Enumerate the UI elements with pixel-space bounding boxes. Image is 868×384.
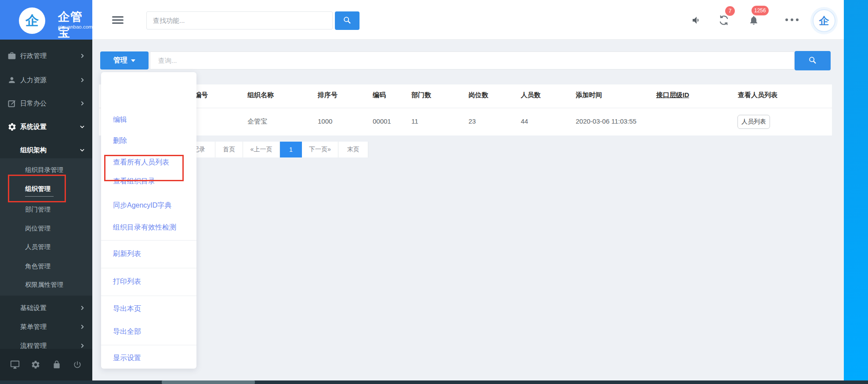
sidebar-item-label: 基础设置 (20, 304, 47, 312)
sidebar-item-permission-mgmt[interactable]: 权限属性管理 (0, 275, 92, 294)
manage-dropdown-button[interactable]: 管理 (100, 51, 149, 69)
menu-item-sync-agencyid-dict[interactable]: 同步AgencyID字典 (113, 201, 171, 210)
sidebar-item-menu-mgmt[interactable]: 菜单管理 (0, 317, 92, 336)
column-header-dept-count[interactable]: 部门数 (411, 91, 431, 99)
menu-item-org-directory-validity-check[interactable]: 组织目录有效性检测 (113, 223, 176, 232)
manage-dropdown-menu: 编辑 删除 查看所有人员列表 查看组织目录 同步AgencyID字典 组织目录有… (101, 72, 196, 369)
caret-down-icon (131, 59, 135, 62)
briefcase-icon (7, 51, 17, 61)
menu-item-refresh-list[interactable]: 刷新列表 (113, 249, 141, 259)
chevron-right-icon (79, 53, 85, 59)
gear-icon (7, 122, 17, 132)
sidebar-item-label: 组织架构 (20, 146, 47, 154)
cell-code: 00001 (373, 117, 391, 125)
logo[interactable]: 企 企管宝 qiguanbao.com (0, 0, 92, 40)
people-list-button[interactable]: 人员列表 (737, 115, 770, 129)
query-input[interactable] (150, 51, 795, 69)
table-header-divider (99, 108, 832, 108)
sidebar-item-org-structure[interactable]: 组织架构 (0, 140, 92, 160)
bell-badge: 1256 (752, 6, 769, 15)
column-header-code[interactable]: 编码 (373, 91, 386, 99)
lock-icon[interactable] (51, 359, 62, 370)
sidebar-item-post-mgmt[interactable]: 岗位管理 (0, 219, 92, 238)
menu-divider (101, 240, 196, 241)
column-header-people-count[interactable]: 人员数 (521, 91, 541, 99)
avatar[interactable]: 企 (813, 9, 835, 32)
bell-icon[interactable] (748, 15, 759, 26)
sidebar-item-label: 部门管理 (25, 205, 51, 214)
sidebar-item-basic-settings[interactable]: 基础设置 (0, 298, 92, 318)
menu-item-display-settings[interactable]: 显示设置 (113, 354, 141, 363)
column-header-post-count[interactable]: 岗位数 (469, 91, 488, 99)
column-header-number[interactable]: 编号 (195, 91, 208, 99)
cell-people-count: 44 (521, 117, 528, 125)
edit-square-icon (7, 99, 17, 108)
sidebar-item-label: 系统设置 (20, 123, 47, 131)
horizontal-scrollbar[interactable] (0, 380, 868, 384)
chevron-right-icon (79, 77, 85, 83)
column-header-interface-level-id[interactable]: 接口层级ID (656, 91, 689, 99)
sidebar-item-label: 人员管理 (25, 243, 51, 251)
pagination-prev-page[interactable]: «上一页 (243, 142, 280, 157)
sidebar-item-label: 人力资源 (20, 76, 47, 84)
avatar-glyph: 企 (819, 14, 829, 28)
sidebar-item-role-mgmt[interactable]: 角色管理 (0, 257, 92, 276)
top-header: 7 1256 企 (92, 0, 844, 40)
search-icon (343, 16, 352, 26)
right-edge-strip (844, 0, 868, 380)
query-search-button[interactable] (795, 51, 831, 70)
sidebar-item-people-mgmt[interactable]: 人员管理 (0, 238, 92, 256)
column-header-org-name[interactable]: 组织名称 (247, 91, 274, 99)
cell-added-time: 2020-03-06 11:03:55 (576, 117, 636, 125)
menu-item-export-all[interactable]: 导出全部 (113, 327, 141, 336)
menu-item-print-list[interactable]: 打印列表 (113, 277, 141, 286)
chevron-right-icon (79, 305, 85, 311)
sidebar-item-org-directory-mgmt[interactable]: 组织目录管理 (0, 161, 92, 179)
cell-dept-count: 11 (411, 117, 418, 125)
menu-item-edit[interactable]: 编辑 (113, 115, 127, 124)
sidebar: 企 企管宝 qiguanbao.com 行政管理 人力资源 日常办公 (0, 0, 92, 384)
hamburger-menu-icon[interactable] (112, 16, 123, 24)
column-header-added-time[interactable]: 添加时间 (576, 91, 602, 99)
column-header-view-people-list[interactable]: 查看人员列表 (738, 91, 777, 99)
menu-divider (101, 345, 196, 345)
sidebar-item-label: 岗位管理 (25, 224, 51, 233)
power-icon[interactable] (72, 359, 83, 370)
sidebar-item-org-mgmt[interactable]: 组织管理 (0, 179, 92, 198)
chevron-down-icon (79, 124, 85, 130)
pagination-next-page[interactable]: 下一页» (302, 142, 338, 157)
sidebar-item-label: 组织管理 (25, 185, 51, 193)
pagination-last-page[interactable]: 末页 (338, 142, 368, 157)
menu-item-delete[interactable]: 删除 (113, 136, 127, 146)
active-item-underline (25, 196, 54, 197)
scrollbar-thumb[interactable] (162, 380, 255, 384)
column-header-sort[interactable]: 排序号 (318, 91, 338, 99)
sidebar-item-system-settings[interactable]: 系统设置 (0, 117, 92, 136)
gear-icon[interactable] (30, 359, 41, 370)
menu-item-export-page[interactable]: 导出本页 (113, 304, 141, 314)
sidebar-item-administration[interactable]: 行政管理 (0, 46, 92, 66)
chevron-right-icon (79, 324, 85, 330)
sidebar-item-label: 日常办公 (20, 99, 47, 108)
menu-item-view-org-directory[interactable]: 查看组织目录 (113, 177, 155, 186)
cell-sort: 1000 (318, 117, 332, 125)
pagination-page-1[interactable]: 1 (280, 142, 302, 157)
chevron-right-icon (79, 343, 85, 349)
pagination-first-page[interactable]: 首页 (215, 142, 243, 157)
function-search-button[interactable] (335, 11, 360, 30)
speaker-icon[interactable] (691, 15, 702, 26)
sidebar-control-bar (0, 349, 92, 380)
sidebar-item-daily-office[interactable]: 日常办公 (0, 94, 92, 113)
manage-button-label: 管理 (113, 56, 127, 65)
sidebar-item-dept-mgmt[interactable]: 部门管理 (0, 200, 92, 219)
more-options-icon[interactable] (785, 18, 799, 21)
cell-org-name: 企管宝 (247, 117, 267, 126)
refresh-badge: 7 (725, 6, 735, 16)
menu-item-view-all-people[interactable]: 查看所有人员列表 (113, 158, 169, 167)
sidebar-item-hr[interactable]: 人力资源 (0, 70, 92, 90)
cell-post-count: 23 (469, 117, 476, 125)
logo-subtitle: qiguanbao.com (58, 24, 93, 29)
refresh-icon[interactable] (718, 15, 730, 26)
function-search-input[interactable] (146, 11, 333, 29)
monitor-icon[interactable] (10, 359, 20, 370)
